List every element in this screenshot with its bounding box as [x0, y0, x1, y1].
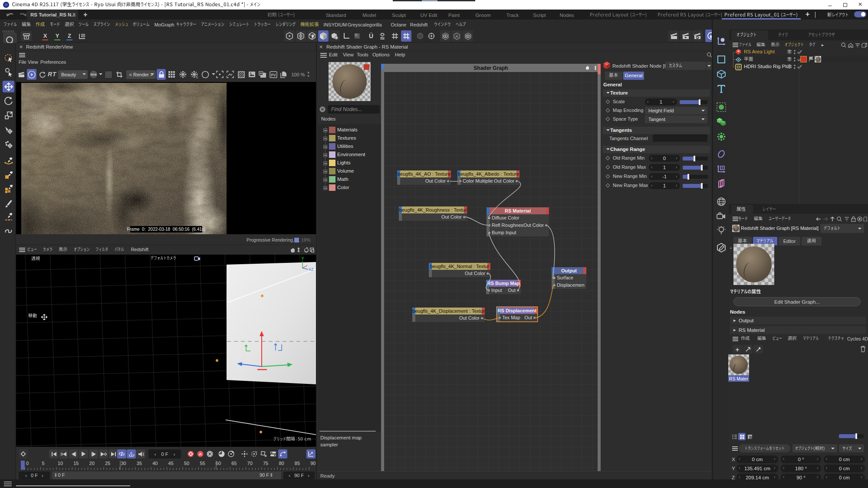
svg-text:A: A: [199, 452, 202, 456]
svg-text:55: 55: [200, 461, 205, 466]
svg-text:80: 80: [279, 461, 284, 466]
svg-text:60: 60: [216, 461, 221, 466]
svg-text:35: 35: [137, 461, 142, 466]
svg-text:5: 5: [42, 461, 44, 466]
svg-text:30: 30: [121, 461, 126, 466]
svg-text:A: A: [455, 34, 458, 39]
svg-text:20: 20: [89, 461, 95, 466]
svg-text:15: 15: [73, 461, 79, 466]
svg-text:50: 50: [184, 461, 189, 466]
svg-text:XZ: XZ: [309, 267, 314, 272]
svg-text:10: 10: [58, 461, 63, 466]
svg-text:0: 0: [26, 461, 29, 466]
svg-text:40: 40: [152, 461, 158, 466]
svg-text:Y: Y: [301, 256, 304, 261]
svg-text:A: A: [130, 451, 133, 455]
svg-text:85: 85: [295, 461, 300, 466]
svg-text:70: 70: [247, 461, 253, 466]
svg-text:PV: PV: [271, 72, 276, 77]
svg-text:65: 65: [231, 461, 237, 466]
svg-text:RGB: RGB: [91, 73, 97, 76]
svg-text:45: 45: [168, 461, 174, 466]
svg-text:90: 90: [310, 461, 316, 466]
svg-text:25: 25: [105, 461, 110, 466]
svg-text:75: 75: [263, 461, 268, 466]
